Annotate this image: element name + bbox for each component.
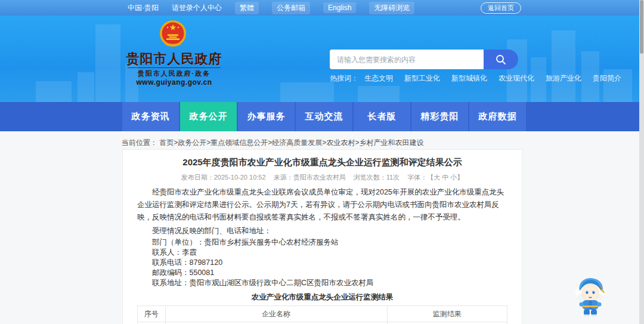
monitoring-result-table: 序号 企业名称 监测结果 1 贵州合力超市采购有限公司 合格 2 贵州友禾种业有… bbox=[137, 306, 507, 324]
meta-publish-date: 发布日期：2025-10-20 10:52 bbox=[181, 174, 266, 181]
contact-address: 联系地址：贵阳市观山湖区市级行政中心二期C区贵阳市农业农村局 bbox=[137, 278, 507, 288]
topbar-link-official-mail[interactable]: 公务邮箱 bbox=[272, 2, 310, 14]
page-scrollbar-thumb[interactable] bbox=[640, 0, 643, 54]
article-paragraph-intro: 经贵阳市农业产业化市级重点龙头企业联席会议成员单位审定，现对2025年开展的农业… bbox=[137, 186, 507, 224]
meta-source: 来源：贵阳市农业农村局 bbox=[274, 174, 346, 181]
topbar-link-traditional-chinese[interactable]: 繁體 bbox=[235, 2, 259, 14]
table-row: 1 贵州合力超市采购有限公司 合格 bbox=[138, 322, 507, 324]
row-index: 1 bbox=[138, 322, 166, 324]
header-序号: 序号 bbox=[138, 306, 166, 322]
table-header-row: 序号 企业名称 监测结果 bbox=[138, 306, 507, 322]
national-emblem-icon bbox=[159, 20, 187, 50]
article-title: 2025年度贵阳市农业产业化市级重点龙头企业运行监测和评定结果公示 bbox=[137, 157, 507, 168]
topbar-link-china-guiyang[interactable]: 中国·贵阳 bbox=[128, 3, 159, 13]
page-scrollbar-track[interactable] bbox=[639, 0, 644, 324]
search-input[interactable] bbox=[330, 50, 484, 69]
search-bar bbox=[330, 50, 518, 69]
search-button[interactable] bbox=[484, 50, 518, 69]
topbar-link-english[interactable]: English bbox=[323, 2, 356, 13]
mascot-assistant-icon[interactable] bbox=[574, 273, 608, 317]
contact-postcode: 邮政编码：550081 bbox=[137, 268, 507, 278]
breadcrumb-label: 当前位置： bbox=[122, 138, 157, 147]
breadcrumb: 当前位置： 首页>政务公开>重点领域信息公开>经济高质量发展>农业农村>乡村产业… bbox=[122, 138, 423, 148]
nav-tab-zhengfu-shuju[interactable]: 政府数据 bbox=[469, 102, 526, 131]
hot-word-2[interactable]: 新型城镇化 bbox=[451, 73, 487, 84]
article-meta: 发布日期：2025-10-20 10:52 来源：贵阳市农业农村局 浏览次数：1… bbox=[137, 173, 507, 182]
hot-word-0[interactable]: 生态文明 bbox=[364, 73, 393, 84]
hot-word-4[interactable]: 旅游产业化 bbox=[546, 73, 581, 84]
nav-tab-zhangzheban[interactable]: 长者版 bbox=[354, 102, 410, 131]
site-banner: 贵阳市人民政府 贵阳市人民政府·政务 www.guiyang.gov.cn 热搜… bbox=[0, 16, 639, 102]
breadcrumb-path[interactable]: 首页>政务公开>重点领域信息公开>经济高质量发展>农业农村>乡村产业和农田建设 bbox=[159, 138, 423, 147]
contact-department: 部门（单位）：贵阳市乡村振兴服务中心农村经济服务站 bbox=[137, 237, 507, 248]
contact-person: 联系人：李霞 bbox=[137, 248, 507, 258]
article-card: 2025年度贵阳市农业产业化市级重点龙头企业运行监测和评定结果公示 发布日期：2… bbox=[122, 149, 522, 324]
back-to-home-button[interactable]: 返回首页 bbox=[481, 2, 521, 14]
nav-tab-zhengwu-zixun[interactable]: 政务资讯 bbox=[122, 102, 179, 131]
site-title: 贵阳市人民政府 bbox=[125, 50, 223, 68]
meta-view-count: 浏览次数：11次 bbox=[354, 174, 400, 181]
nav-tab-jingcai-guiyang[interactable]: 精彩贵阳 bbox=[411, 102, 468, 131]
header-监测结果: 监测结果 bbox=[387, 306, 507, 322]
contact-phone: 联系电话：87987120 bbox=[137, 258, 507, 268]
company-name: 贵州合力超市采购有限公司 bbox=[165, 322, 387, 324]
top-utility-bar: 中国·贵阳 请登录个人中心 繁體 公务邮箱 English 无障碍浏览 返回首页 bbox=[0, 0, 639, 16]
nav-tab-zhengwu-gongkai[interactable]: 政务公开 bbox=[180, 102, 237, 131]
hot-word-1[interactable]: 新型工业化 bbox=[404, 73, 440, 84]
title-separator bbox=[128, 67, 221, 68]
meta-font-size-controls[interactable]: 字体：【大 中 小】 bbox=[407, 174, 463, 181]
hot-word-3[interactable]: 农业现代化 bbox=[499, 73, 534, 84]
topbar-link-accessibility[interactable]: 无障碍浏览 bbox=[369, 2, 414, 14]
topbar-link-login-center[interactable]: 请登录个人中心 bbox=[172, 3, 222, 13]
cityscape-silhouette bbox=[0, 16, 639, 102]
search-icon bbox=[495, 54, 507, 66]
site-subtitle: 贵阳市人民政府·政务 bbox=[125, 69, 223, 78]
main-navigation: 政务资讯 政务公开 办事服务 互动交流 长者版 精彩贵阳 政府数据 bbox=[0, 102, 639, 131]
hot-search-row: 热搜词： 生态文明 新型工业化 新型城镇化 农业现代化 旅游产业化 贵阳简介 bbox=[330, 73, 633, 84]
hot-word-5[interactable]: 贵阳简介 bbox=[593, 73, 621, 84]
result-table-title: 农业产业化市级重点龙头企业运行监测结果 bbox=[137, 292, 507, 303]
nav-tab-hudong-jiaoliu[interactable]: 互动交流 bbox=[296, 102, 352, 131]
main-content-area: 当前位置： 首页>政务公开>重点领域信息公开>经济高质量发展>农业农村>乡村产业… bbox=[0, 131, 644, 324]
hot-search-label: 热搜词： bbox=[330, 73, 358, 84]
nav-tab-banshi-fuwu[interactable]: 办事服务 bbox=[238, 102, 295, 131]
header-企业名称: 企业名称 bbox=[165, 306, 387, 322]
site-url: www.guiyang.gov.cn bbox=[125, 78, 223, 87]
monitor-result: 合格 bbox=[387, 322, 507, 324]
article-paragraph-contact-heading: 受理情况反映的部门、电话和地址： bbox=[137, 225, 507, 237]
